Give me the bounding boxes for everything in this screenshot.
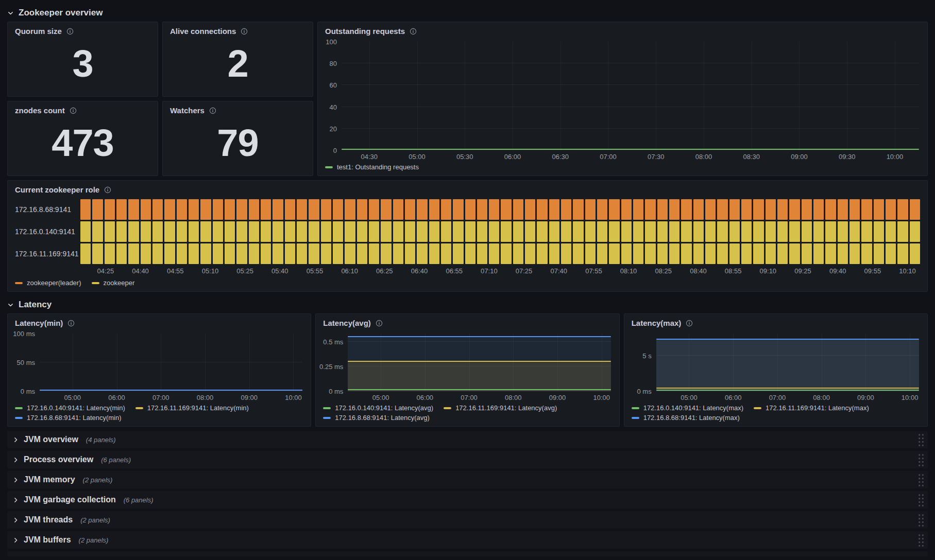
- collapsed-row-title: JVM buffers: [24, 535, 71, 545]
- state-segment: [861, 243, 872, 264]
- gridline-vertical: [293, 334, 294, 391]
- plot-area[interactable]: [342, 42, 919, 150]
- row-jvm-overview[interactable]: JVM overview (4 panels): [7, 431, 928, 448]
- state-segment: [549, 199, 559, 220]
- legend-item[interactable]: 172.16.8.68:9141: Latency(avg): [323, 414, 430, 422]
- collapsed-row-panel-count: (4 panels): [86, 436, 116, 444]
- legend-item[interactable]: 172.16.11.169:9141: Latency(avg): [444, 404, 557, 412]
- collapsed-row-title: JVM memory: [24, 475, 75, 484]
- chevron-right-icon: [12, 457, 19, 463]
- drag-handle-icon[interactable]: [917, 473, 924, 487]
- plot-area[interactable]: [656, 334, 919, 391]
- legend-series-marker: [754, 407, 761, 409]
- state-segment: [236, 221, 247, 242]
- panel-title[interactable]: Watchers: [170, 106, 205, 115]
- drag-handle-icon[interactable]: [917, 453, 924, 467]
- info-icon[interactable]: [241, 28, 248, 35]
- gridline-horizontal: [342, 84, 919, 85]
- state-segment: [849, 221, 860, 242]
- state-segment: [633, 199, 643, 220]
- state-segment: [537, 243, 547, 264]
- legend-item[interactable]: 172.16.11.169:9141: Latency(max): [754, 404, 869, 412]
- state-segment: [477, 199, 487, 220]
- legend-item[interactable]: 172.16.11.169:9141: Latency(min): [135, 404, 249, 412]
- legend-item[interactable]: zookeeper(leader): [15, 279, 81, 287]
- chevron-down-icon: [7, 302, 14, 308]
- row-jvm-memory[interactable]: JVM memory (2 panels): [7, 471, 928, 488]
- legend-item[interactable]: 172.16.8.68:9141: Latency(max): [632, 414, 740, 422]
- state-segment: [717, 243, 727, 264]
- panel-title[interactable]: Quorum size: [15, 27, 62, 36]
- state-segment: [80, 199, 91, 220]
- series-area: [656, 339, 919, 391]
- panel-title[interactable]: Latency(max): [632, 319, 682, 327]
- state-segment: [381, 199, 391, 220]
- gridline-vertical: [369, 42, 370, 150]
- timeline-bars[interactable]: [80, 221, 920, 242]
- y-axis: 0 ms0.25 ms0.5 ms: [319, 334, 348, 391]
- y-axis-label: 100: [326, 38, 337, 46]
- drag-handle-icon[interactable]: [917, 433, 924, 447]
- state-segment: [597, 199, 607, 220]
- row-header-zookeeper-overview[interactable]: Zookeeper overview: [7, 4, 928, 22]
- row-header-latency[interactable]: Latency: [7, 296, 928, 313]
- row-process-overview[interactable]: Process overview (6 panels): [7, 451, 928, 468]
- chart-legend: 172.16.0.140:9141: Latency(max)172.16.11…: [624, 402, 927, 426]
- legend-item[interactable]: test1: Outstanding requests: [325, 163, 419, 171]
- collapsed-row-panel-count: (2 panels): [83, 476, 113, 484]
- state-segment: [657, 221, 668, 242]
- legend-item[interactable]: 172.16.0.140:9141: Latency(avg): [323, 404, 433, 412]
- panel-outstanding-requests: Outstanding requests 020406080100 04:300…: [317, 22, 928, 176]
- legend-item[interactable]: 172.16.0.140:9141: Latency(max): [632, 404, 743, 412]
- drag-handle-icon[interactable]: [917, 493, 924, 507]
- state-segment: [897, 221, 908, 242]
- state-segment: [405, 243, 415, 264]
- timeline-bars[interactable]: [80, 243, 920, 264]
- panel-title[interactable]: znodes count: [15, 106, 65, 115]
- chevron-right-icon: [12, 537, 19, 544]
- state-segment: [717, 199, 727, 220]
- state-segment: [525, 243, 535, 264]
- state-segment: [357, 221, 367, 242]
- legend-row: 172.16.8.68:9141: Latency(avg): [323, 414, 611, 422]
- state-segment: [633, 221, 643, 242]
- x-axis-label: 06:25: [376, 267, 393, 275]
- x-axis-label: 09:30: [839, 153, 856, 161]
- drag-handle-icon[interactable]: [917, 513, 924, 527]
- state-segment: [849, 243, 860, 264]
- state-segment: [669, 199, 679, 220]
- panel-title[interactable]: Latency(avg): [323, 319, 371, 327]
- chart-legend: 172.16.0.140:9141: Latency(min)172.16.11…: [8, 402, 311, 426]
- legend-item[interactable]: 172.16.8.68:9141: Latency(min): [15, 414, 122, 422]
- row-jvm-garbage-collection[interactable]: JVM garbage collection (6 panels): [7, 491, 928, 509]
- state-segment: [333, 199, 343, 220]
- state-segment: [333, 221, 343, 242]
- timeline-bars[interactable]: [80, 199, 920, 220]
- panel-title[interactable]: Alive connections: [170, 27, 236, 36]
- info-icon[interactable]: [376, 320, 383, 327]
- info-icon[interactable]: [104, 186, 111, 194]
- gridline-horizontal: [40, 362, 302, 362]
- row-jvm-buffers[interactable]: JVM buffers (2 panels): [7, 531, 928, 549]
- info-icon[interactable]: [66, 28, 74, 35]
- section-title: Zookeeper overview: [19, 8, 103, 18]
- info-icon[interactable]: [209, 107, 216, 114]
- state-segment: [105, 221, 115, 242]
- info-icon[interactable]: [67, 320, 75, 327]
- info-icon[interactable]: [686, 320, 693, 327]
- legend-series-marker: [323, 407, 331, 409]
- legend-item[interactable]: zookeeper: [92, 279, 135, 287]
- drag-handle-icon[interactable]: [917, 533, 924, 547]
- state-segment: [297, 199, 307, 220]
- panel-title[interactable]: Current zookeeper role: [15, 185, 99, 194]
- info-icon[interactable]: [70, 107, 77, 114]
- legend-item[interactable]: 172.16.0.140:9141: Latency(min): [15, 404, 125, 412]
- info-icon[interactable]: [410, 28, 417, 35]
- panel-title[interactable]: Outstanding requests: [325, 27, 405, 36]
- panel-alive-connections: Alive connections 2: [162, 22, 313, 97]
- row-jvm-threads[interactable]: JVM threads (2 panels): [7, 511, 928, 529]
- panel-title[interactable]: Latency(min): [15, 319, 63, 327]
- plot-area[interactable]: [348, 334, 610, 391]
- state-segment: [309, 221, 319, 242]
- plot-area[interactable]: [40, 334, 302, 391]
